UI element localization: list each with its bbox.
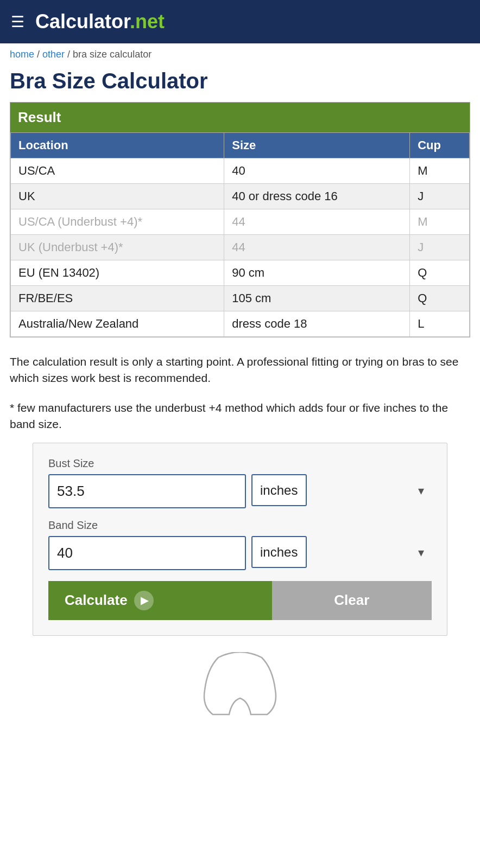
- result-table: Location Size Cup US/CA 40 M UK 40 or dr…: [10, 132, 470, 337]
- cell-cup: M: [410, 209, 470, 235]
- calc-form: Bust Size inches cm Band Size inches cm …: [33, 443, 447, 636]
- breadcrumb-sep2: /: [65, 49, 73, 60]
- cell-location: UK (Underbust +4)*: [11, 235, 224, 260]
- breadcrumb-current: bra size calculator: [73, 49, 151, 60]
- calculate-button[interactable]: Calculate: [48, 581, 272, 620]
- cell-cup: M: [410, 158, 470, 184]
- bust-size-input[interactable]: [48, 474, 246, 508]
- cell-size: 44: [224, 209, 410, 235]
- cell-cup: L: [410, 311, 470, 337]
- col-location: Location: [11, 133, 224, 158]
- table-row: UK 40 or dress code 16 J: [11, 184, 470, 209]
- table-row: EU (EN 13402) 90 cm Q: [11, 260, 470, 286]
- band-size-input[interactable]: [48, 536, 246, 570]
- cell-size: 40 or dress code 16: [224, 184, 410, 209]
- bust-size-row: inches cm: [48, 474, 432, 508]
- table-row: FR/BE/ES 105 cm Q: [11, 286, 470, 311]
- cell-location: Australia/New Zealand: [11, 311, 224, 337]
- band-size-row: inches cm: [48, 536, 432, 570]
- band-unit-wrapper: inches cm: [251, 536, 432, 570]
- bust-size-label: Bust Size: [48, 457, 432, 470]
- bottom-illustration: [0, 647, 480, 728]
- cell-size: 40: [224, 158, 410, 184]
- bust-unit-wrapper: inches cm: [251, 474, 432, 508]
- table-row: US/CA (Underbust +4)* 44 M: [11, 209, 470, 235]
- cell-location: UK: [11, 184, 224, 209]
- cell-location: EU (EN 13402): [11, 260, 224, 286]
- result-header: Result: [10, 103, 470, 132]
- breadcrumb-sep1: /: [34, 49, 42, 60]
- col-size: Size: [224, 133, 410, 158]
- logo: Calculator.net: [35, 10, 165, 33]
- table-row: UK (Underbust +4)* 44 J: [11, 235, 470, 260]
- breadcrumb-other[interactable]: other: [42, 49, 65, 60]
- clear-button[interactable]: Clear: [272, 581, 432, 620]
- note-main: The calculation result is only a startin…: [0, 346, 480, 394]
- calculate-label: Calculate: [65, 592, 128, 609]
- band-size-label: Band Size: [48, 519, 432, 532]
- cell-cup: Q: [410, 260, 470, 286]
- cell-size: dress code 18: [224, 311, 410, 337]
- button-row: Calculate Clear: [48, 581, 432, 620]
- torso-svg: [186, 652, 294, 717]
- cell-size: 90 cm: [224, 260, 410, 286]
- bust-unit-select[interactable]: inches cm: [251, 474, 307, 506]
- col-cup: Cup: [410, 133, 470, 158]
- cell-location: FR/BE/ES: [11, 286, 224, 311]
- cell-size: 105 cm: [224, 286, 410, 311]
- breadcrumb: home / other / bra size calculator: [0, 43, 480, 66]
- cell-cup: Q: [410, 286, 470, 311]
- cell-location: US/CA: [11, 158, 224, 184]
- table-row: US/CA 40 M: [11, 158, 470, 184]
- result-section: Result Location Size Cup US/CA 40 M UK 4…: [10, 102, 470, 337]
- band-unit-select[interactable]: inches cm: [251, 536, 307, 568]
- note-asterisk: * few manufacturers use the underbust +4…: [0, 394, 480, 443]
- calculate-icon: [134, 591, 154, 610]
- hamburger-icon[interactable]: ☰: [11, 13, 24, 31]
- cell-cup: J: [410, 184, 470, 209]
- cell-location: US/CA (Underbust +4)*: [11, 209, 224, 235]
- logo-net: .net: [130, 10, 165, 33]
- breadcrumb-home[interactable]: home: [10, 49, 34, 60]
- page-title: Bra Size Calculator: [0, 66, 480, 102]
- cell-cup: J: [410, 235, 470, 260]
- header: ☰ Calculator.net: [0, 0, 480, 43]
- cell-size: 44: [224, 235, 410, 260]
- logo-text: Calculator: [35, 10, 130, 33]
- table-row: Australia/New Zealand dress code 18 L: [11, 311, 470, 337]
